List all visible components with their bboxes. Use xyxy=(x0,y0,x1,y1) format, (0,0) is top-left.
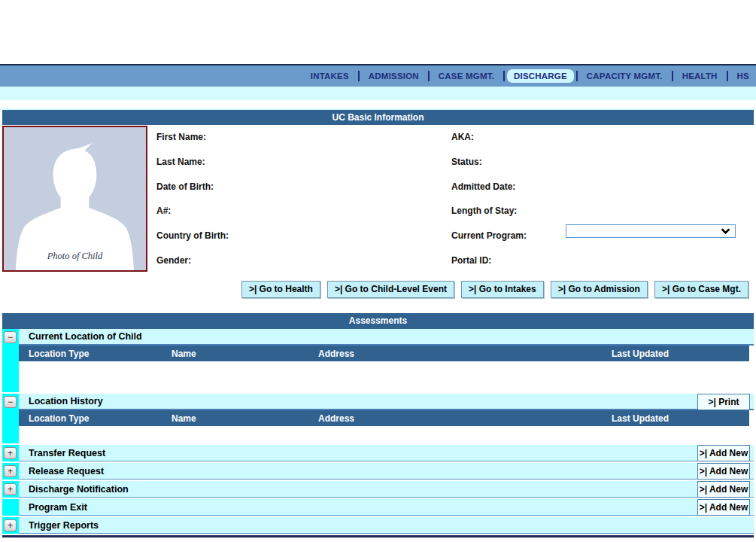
assessments-title: Assessments xyxy=(2,313,754,329)
collapse-strip: + xyxy=(2,445,19,461)
nav-separator xyxy=(672,71,673,81)
go-to-case-mgt-button[interactable]: >| Go to Case Mgt. xyxy=(654,281,748,298)
photo-caption: Photo of Child xyxy=(4,251,146,262)
trigger-reports-row: + Trigger Reports xyxy=(2,517,754,534)
location-history-table-body xyxy=(19,426,749,443)
release-request-content: Release Request >| Add New xyxy=(19,463,754,480)
basic-info-fields: First Name: Last Name: Date of Birth: A#… xyxy=(150,125,754,303)
nav-tab-case-mgmt[interactable]: CASE MGMT. xyxy=(432,69,501,83)
column-location-type: Location Type xyxy=(19,413,162,424)
program-exit-row: Program Exit >| Add New xyxy=(2,499,754,516)
go-to-admission-button[interactable]: >| Go to Admission xyxy=(551,281,648,298)
go-to-intakes-button[interactable]: >| Go to Intakes xyxy=(461,281,544,298)
location-history-label: Location History xyxy=(29,396,103,406)
add-new-button[interactable]: >| Add New xyxy=(697,499,750,516)
nav-tab-health[interactable]: HEALTH xyxy=(676,69,724,83)
nav-separator xyxy=(428,71,430,81)
nav-tab-admission[interactable]: ADMISSION xyxy=(362,69,426,83)
program-exit-content: Program Exit >| Add New xyxy=(19,499,754,516)
release-request-row: + Release Request >| Add New xyxy=(2,463,754,480)
nav-separator xyxy=(576,71,578,81)
release-request-label: Release Request xyxy=(29,466,104,477)
column-name: Name xyxy=(162,413,308,424)
go-to-health-button[interactable]: >| Go to Health xyxy=(241,281,320,298)
current-location-table-body xyxy=(19,361,749,392)
country-of-birth-label: Country of Birth: xyxy=(156,230,229,241)
main-navbar: INTAKES ADMISSION CASE MGMT. DISCHARGE C… xyxy=(0,64,756,87)
collapse-strip: + xyxy=(2,481,19,498)
current-location-section: − Current Location of Child Location Typ… xyxy=(2,329,754,392)
transfer-request-content: Transfer Request >| Add New xyxy=(19,445,754,461)
expand-plus-icon[interactable]: + xyxy=(4,519,17,531)
nav-tab-hs[interactable]: HS xyxy=(730,69,756,83)
add-new-button[interactable]: >| Add New xyxy=(697,481,750,498)
uc-basic-information-title: UC Basic Information xyxy=(2,110,754,125)
uc-basic-information-panel: UC Basic Information Photo of Child Firs… xyxy=(2,110,754,303)
person-silhouette-icon xyxy=(4,127,146,270)
a-number-label: A#: xyxy=(156,206,171,216)
discharge-notification-content: Discharge Notification >| Add New xyxy=(19,481,754,498)
program-exit-label: Program Exit xyxy=(29,502,87,513)
nav-separator xyxy=(503,71,505,81)
nav-tab-capacity-mgmt[interactable]: CAPACITY MGMT. xyxy=(580,69,669,83)
assessments-panel: Assessments − Current Location of Child … xyxy=(2,313,754,534)
admitted-date-label: Admitted Date: xyxy=(451,181,515,192)
photo-of-child: Photo of Child xyxy=(2,126,147,272)
chevron-down-icon xyxy=(721,228,730,234)
nav-separator xyxy=(358,71,360,81)
last-name-label: Last Name: xyxy=(156,157,205,167)
collapse-strip: + xyxy=(2,463,19,480)
column-name: Name xyxy=(162,349,308,359)
nav-tab-intakes[interactable]: INTAKES xyxy=(304,69,356,83)
expand-plus-icon[interactable]: + xyxy=(4,465,17,477)
page-bottom-border xyxy=(2,535,754,537)
trigger-reports-content: Trigger Reports xyxy=(19,517,754,534)
discharge-notification-label: Discharge Notification xyxy=(29,484,129,495)
expand-plus-icon[interactable]: + xyxy=(4,483,17,495)
length-of-stay-label: Length of Stay: xyxy=(451,206,517,216)
go-to-child-level-event-button[interactable]: >| Go to Child-Level Event xyxy=(327,281,454,298)
column-last-updated: Last Updated xyxy=(602,349,749,359)
first-name-label: First Name: xyxy=(156,132,206,142)
spacer xyxy=(0,100,756,110)
add-new-button[interactable]: >| Add New xyxy=(697,463,750,480)
goto-button-row: >| Go to Health >| Go to Child-Level Eve… xyxy=(241,281,748,298)
gender-label: Gender: xyxy=(156,255,191,266)
subnav-band xyxy=(0,87,756,100)
print-button[interactable]: >| Print xyxy=(697,394,750,410)
spacer xyxy=(0,303,756,313)
current-program-label: Current Program: xyxy=(451,230,527,241)
uc-basic-information-body: Photo of Child First Name: Last Name: Da… xyxy=(2,125,754,303)
column-last-updated: Last Updated xyxy=(602,413,749,424)
transfer-request-label: Transfer Request xyxy=(29,448,105,458)
trigger-reports-label: Trigger Reports xyxy=(29,520,99,531)
page-top-whitespace xyxy=(0,0,756,64)
collapse-minus-icon[interactable]: − xyxy=(4,331,17,343)
aka-label: AKA: xyxy=(451,132,474,142)
location-history-content: Location History >| Print Location Type … xyxy=(19,394,754,443)
date-of-birth-label: Date of Birth: xyxy=(156,181,214,192)
location-history-title: Location History >| Print xyxy=(19,394,754,410)
location-history-section: − Location History >| Print Location Typ… xyxy=(2,394,754,443)
collapse-strip: − xyxy=(2,329,19,392)
column-location-type: Location Type xyxy=(19,349,162,359)
portal-id-label: Portal ID: xyxy=(451,255,491,266)
location-table-header: Location Type Name Address Last Updated xyxy=(19,346,749,361)
current-location-title: Current Location of Child xyxy=(19,329,754,346)
current-location-content: Current Location of Child Location Type … xyxy=(19,329,754,392)
add-new-button[interactable]: >| Add New xyxy=(697,445,750,461)
location-table-header: Location Type Name Address Last Updated xyxy=(19,410,749,426)
current-location-label: Current Location of Child xyxy=(29,331,142,342)
collapse-strip: + xyxy=(2,517,19,534)
current-program-select[interactable] xyxy=(566,224,736,238)
nav-tab-discharge[interactable]: DISCHARGE xyxy=(507,69,574,83)
expand-plus-icon[interactable]: + xyxy=(4,447,17,459)
status-label: Status: xyxy=(451,157,482,167)
collapse-minus-icon[interactable]: − xyxy=(4,396,17,408)
collapse-strip: − xyxy=(2,394,19,443)
collapse-strip xyxy=(2,499,19,516)
column-address: Address xyxy=(308,349,602,359)
nav-separator xyxy=(727,71,728,81)
column-address: Address xyxy=(308,413,602,424)
discharge-notification-row: + Discharge Notification >| Add New xyxy=(2,481,754,498)
